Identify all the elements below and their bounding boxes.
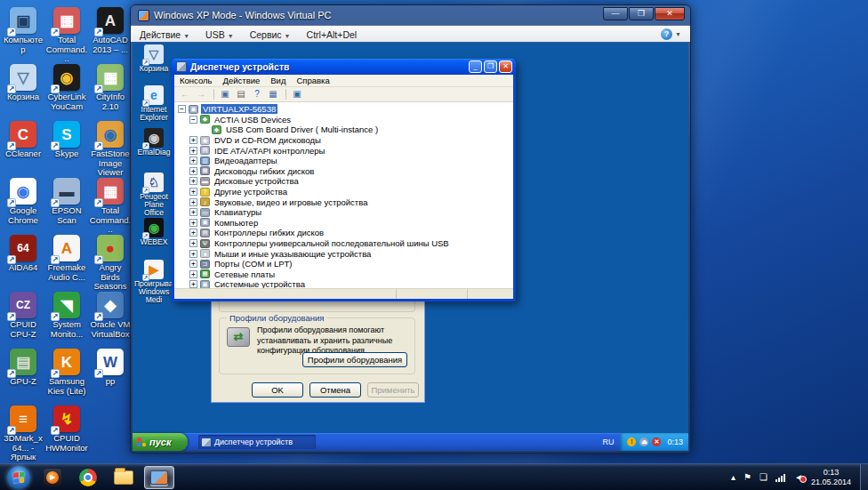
dm-menu-действие[interactable]: Действие	[223, 76, 261, 85]
expand-icon[interactable]: +	[189, 260, 197, 268]
clock[interactable]: 0:13 21.05.2014	[811, 468, 851, 487]
vpc-close-button[interactable]: ✕	[655, 7, 685, 20]
show-desktop-button[interactable]	[860, 464, 868, 490]
print-button[interactable]: ▤	[234, 88, 248, 100]
tree-item[interactable]: +◉DVD и CD-ROM дисководы	[176, 135, 513, 146]
desktop-icon-cityinfo[interactable]: ▦↗CityInfo 2.10	[89, 64, 132, 111]
dm-close-button[interactable]: ✕	[499, 60, 512, 73]
computer-button[interactable]: ▣	[290, 88, 304, 100]
start-button[interactable]	[5, 464, 32, 490]
tree-item[interactable]: +⊐Порты (COM и LPT)	[176, 259, 513, 269]
taskbar-explorer[interactable]	[108, 466, 139, 489]
tree-item[interactable]: +▤Контроллеры гибких дисков	[176, 228, 513, 238]
safely-remove-hardware-icon[interactable]: ⏏	[639, 438, 648, 446]
dm-maximize-button[interactable]: ❐	[484, 60, 497, 73]
vpc-help-button[interactable]: ? ▼	[661, 28, 681, 40]
tree-item[interactable]: +▦Сетевые платы	[176, 269, 513, 280]
desktop-icon-total-commander-2[interactable]: ▦↗Total Command...	[89, 178, 132, 235]
tree-item[interactable]: +▬Дисковые устройства	[176, 176, 513, 187]
xp-desktop-icon-internet-explorer[interactable]: e↗Internet Explorer	[134, 85, 173, 122]
show-hide-tree-button[interactable]: ▣	[218, 88, 232, 100]
vpc-menu-usb[interactable]: USB▼	[205, 29, 234, 40]
tree-item[interactable]: +▥Видеоадаптеры	[176, 156, 513, 166]
desktop-icon-ccleaner[interactable]: C↗CCleaner	[2, 121, 44, 159]
taskbar-item-device-manager[interactable]: Диспетчер устройств	[198, 435, 316, 449]
dm-menu-вид[interactable]: Вид	[270, 76, 285, 85]
expand-icon[interactable]: +	[189, 188, 197, 196]
desktop-icon-epson-scan[interactable]: ▬↗EPSON Scan	[45, 178, 88, 225]
hardware-profiles-button[interactable]: Профили оборудования	[302, 352, 407, 367]
tree-item[interactable]: +▤IDE ATA/ATAPI контроллеры	[176, 145, 513, 156]
expand-icon[interactable]: +	[189, 177, 197, 185]
desktop-icon-freemake-audio-converter[interactable]: A↗Freemake Audio C...	[45, 235, 88, 282]
virtual-pc-tray-icon[interactable]: ❏	[760, 472, 768, 482]
tree-item[interactable]: +▣Системные устройства	[176, 279, 513, 288]
taskbar-virtual-pc[interactable]	[144, 466, 174, 489]
desktop-icon-google-chrome[interactable]: ◉↗Google Chrome	[2, 178, 44, 225]
properties-button[interactable]: ▦	[266, 88, 280, 100]
xp-desktop-icon-windows-media-player[interactable]: ▶↗Проигрыват.. Windows Medi	[134, 260, 173, 304]
help-button[interactable]: ?	[250, 88, 264, 100]
expand-icon[interactable]: +	[189, 239, 197, 247]
dm-menu-консоль[interactable]: Консоль	[180, 76, 213, 85]
tree-item[interactable]: −▣VIRTUALXP-56538	[176, 104, 513, 115]
taskbar-chrome[interactable]	[73, 466, 103, 489]
desktop-icon-virtualbox[interactable]: ◆↗Oracle VM VirtualBox	[89, 292, 132, 339]
dm-menu-справка[interactable]: Справка	[296, 76, 329, 85]
cancel-button[interactable]: Отмена	[309, 382, 361, 398]
security-shield-warning-icon[interactable]: !	[627, 438, 636, 446]
language-indicator[interactable]: RU	[596, 438, 620, 446]
expand-icon[interactable]: +	[189, 270, 197, 278]
desktop-icon-3dmark[interactable]: ≡↗3DMark_x64... - Ярлык	[2, 406, 44, 462]
xp-start-button[interactable]: пуск	[133, 433, 188, 451]
desktop-icon-total-commander[interactable]: ▦↗Total Command...	[45, 7, 88, 64]
xp-clock[interactable]: 0:13	[667, 438, 683, 446]
expand-icon[interactable]: +	[189, 147, 197, 155]
xp-desktop-icon-emaldiag[interactable]: ◉↗EmalDiag	[134, 128, 173, 157]
volume-icon[interactable]: ◄	[794, 472, 803, 482]
dm-minimize-button[interactable]: _	[469, 60, 482, 73]
network-icon[interactable]	[776, 473, 786, 482]
tree-item[interactable]: +▭Клавиатуры	[176, 207, 513, 218]
tree-item[interactable]: +♪Звуковые, видео и игровые устройства	[176, 197, 513, 207]
desktop-icon-skype[interactable]: S↗Skype	[45, 121, 88, 159]
desktop-icon-word-document-pp[interactable]: W↗pp	[89, 349, 132, 387]
desktop-icon-cpu-z[interactable]: CZ↗CPUID CPU-Z	[2, 292, 44, 339]
taskbar-media-player[interactable]: ▶	[37, 466, 68, 489]
desktop-icon-faststone-image-viewer[interactable]: ◉↗FastStone Image Viewer	[89, 121, 132, 178]
vpc-menu-действие[interactable]: Действие▼	[140, 29, 189, 40]
desktop-icon-hwmonitor[interactable]: ↯↗CPUID HWMonitor	[45, 406, 88, 453]
desktop-icon-cyberlink-youcam[interactable]: ◉↗CyberLink YouCam	[45, 64, 88, 111]
collapse-icon[interactable]: −	[189, 116, 197, 124]
desktop-icon-computer[interactable]: ▣↗Компьютер	[2, 7, 44, 54]
xp-desktop-icon-xp-recycle-bin[interactable]: ▽↗Корзина	[134, 44, 173, 73]
ok-button[interactable]: OK	[252, 382, 303, 398]
xp-desktop-icon-webex[interactable]: ◉↗WEBEX	[134, 218, 173, 246]
security-alert-icon[interactable]: ✕	[652, 438, 661, 446]
expand-icon[interactable]: +	[189, 280, 197, 288]
tree-item[interactable]: +ΨКонтроллеры универсальной последовател…	[176, 238, 513, 249]
expand-icon[interactable]: +	[189, 198, 197, 206]
show-hidden-icons-button[interactable]: ▴	[731, 472, 735, 482]
tree-item[interactable]: +▣Компьютер	[176, 218, 513, 229]
expand-icon[interactable]: +	[189, 136, 197, 144]
desktop-icon-angry-birds-seasons[interactable]: ●↗Angry Birds Seasons	[89, 235, 132, 292]
expand-icon[interactable]: +	[189, 208, 197, 216]
expand-icon[interactable]: +	[189, 167, 197, 175]
desktop-icon-system-monitor[interactable]: ◥↗System Monito...	[45, 292, 88, 339]
desktop-icon-samsung-kies[interactable]: K↗Samsung Kies (Lite)	[45, 349, 88, 396]
tree-item[interactable]: ◆USB Com Board Driver ( Multi-instance )	[176, 125, 513, 135]
vpc-menu-ctrl-alt-del[interactable]: Ctrl+Alt+Del	[307, 29, 358, 40]
tree-item[interactable]: +?Другие устройства	[176, 187, 513, 197]
desktop-icon-autocad[interactable]: A↗AutoCAD 2013 – ...	[89, 7, 132, 54]
expand-icon[interactable]: +	[189, 250, 197, 258]
tree-item[interactable]: +●Мыши и иные указывающие устройства	[176, 248, 513, 259]
vpc-titlebar[interactable]: Windows XP Mode - Windows Virtual PC — ❐…	[131, 5, 690, 25]
desktop-icon-aida64[interactable]: 64↗AIDA64	[2, 235, 44, 273]
tree-item[interactable]: −◆ACTIA USB Devices	[176, 115, 513, 125]
vpc-maximize-button[interactable]: ❐	[629, 7, 654, 20]
desktop-icon-recycle-bin[interactable]: ▽↗Корзина	[2, 64, 44, 102]
vpc-minimize-button[interactable]: —	[603, 7, 628, 20]
xp-desktop-icon-peugeot-plane-office[interactable]: ♘↗Peugeot Plane Office	[134, 173, 173, 217]
expand-icon[interactable]: +	[189, 157, 197, 165]
